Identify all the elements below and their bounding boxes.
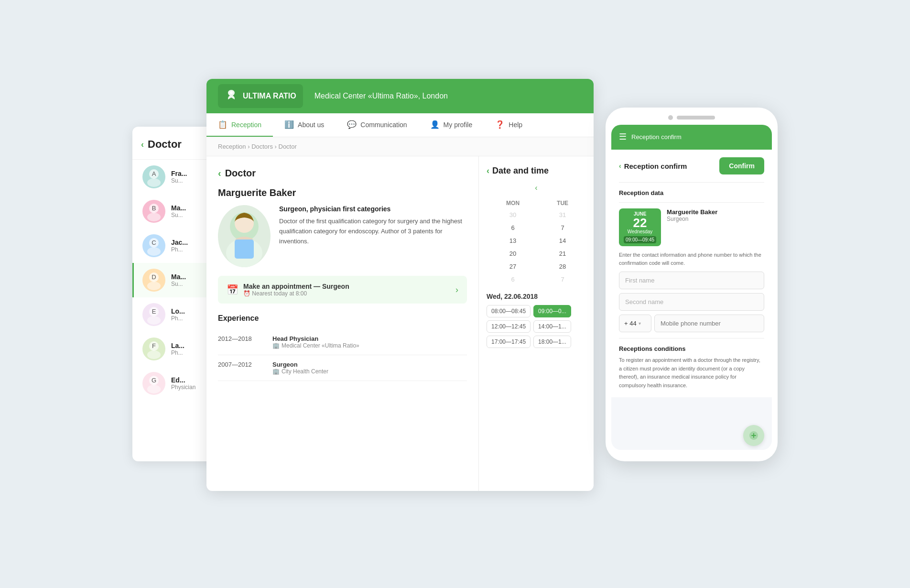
reception-card-info: Marguerite Baker Surgeon: [667, 208, 717, 222]
back-icon[interactable]: ‹: [141, 140, 144, 150]
svg-point-10: [147, 282, 161, 290]
doctor-list-info: Ma... Su...: [171, 204, 186, 218]
phone-number-input[interactable]: [654, 315, 764, 332]
nav-about[interactable]: ℹ️ About us: [273, 113, 336, 137]
reception-header: ‹ Reception confirm Confirm: [619, 157, 764, 174]
svg-text:C: C: [152, 239, 156, 246]
second-name-input[interactable]: [619, 293, 764, 311]
doctor-panel: ‹ Doctor Marguerite Baker: [206, 156, 479, 491]
calendar-day[interactable]: 14: [539, 234, 586, 247]
calendar-day[interactable]: 28: [539, 260, 586, 273]
divider-1: [619, 182, 764, 183]
doctor-list-spec: Physician: [171, 384, 195, 391]
appointment-banner[interactable]: 📅 Make an appointment — Surgeon ⏰ Neares…: [218, 276, 467, 304]
time-slot[interactable]: 09:00—0...: [533, 305, 571, 317]
experience-title: Experience: [218, 314, 467, 323]
svg-point-1: [147, 178, 161, 187]
doctor-avatar: A: [142, 165, 165, 188]
cal-prev-icon[interactable]: ‹: [531, 183, 541, 193]
svg-point-16: [147, 350, 161, 359]
time-slot[interactable]: 08:00—08:45: [487, 305, 531, 317]
conditions-title: Receptions conditions: [619, 345, 764, 352]
first-name-input[interactable]: [619, 272, 764, 289]
exp-detail: Surgeon 🏢City Health Center: [272, 361, 328, 375]
doctor-avatar: D: [142, 269, 165, 292]
reception-time: 09:00—09:45: [624, 236, 656, 243]
exp-place: 🏢City Health Center: [272, 368, 328, 375]
phone-header: ☰ Reception confirm: [611, 125, 772, 149]
cal-header-tue: TUE: [539, 198, 586, 208]
doctor-list-spec: Ph...: [171, 349, 184, 356]
exp-job: Head Physician: [272, 335, 359, 342]
calendar-day[interactable]: 13: [487, 234, 539, 247]
exp-place: 🏢Medical Center «Ultima Ratio»: [272, 342, 359, 349]
doctor-bio: Surgeon, physician first categories Doct…: [218, 205, 467, 267]
time-slot[interactable]: 17:00—17:45: [487, 336, 531, 348]
divider-3: [619, 338, 764, 338]
exp-detail: Head Physician 🏢Medical Center «Ultima R…: [272, 335, 359, 349]
time-slot[interactable]: 18:00—1...: [533, 336, 571, 348]
doctor-speciality: Surgeon, physician first categories: [279, 205, 467, 213]
reception-card: JUNE 22 Wednesday 09:00—09:45 Marguerite…: [619, 208, 764, 246]
selected-date: Wed, 22.06.2018: [487, 293, 586, 300]
reception-data-label: Reception data: [619, 189, 764, 196]
appointment-label: Make an appointment — Surgeon: [243, 283, 349, 290]
doctor-list-name: Ma...: [171, 273, 186, 281]
nav-profile[interactable]: 👤 My profile: [419, 113, 484, 137]
phone-code-arrow: ▾: [639, 321, 641, 326]
svg-text:B: B: [152, 205, 156, 212]
doctor-list-spec: Ph...: [171, 315, 185, 322]
doctor-panel-title: ‹ Doctor: [218, 168, 467, 179]
calendar-grid: MON TUE 30316713142021272867: [487, 198, 586, 286]
svg-text:D: D: [152, 273, 156, 281]
calendar-day[interactable]: 7: [539, 273, 586, 286]
conditions-text: To register an appointment with a doctor…: [619, 356, 764, 390]
nav-communication[interactable]: 💬 Communication: [336, 113, 418, 137]
experience-item: 2012—2018 Head Physician 🏢Medical Center…: [218, 329, 467, 355]
calendar-day[interactable]: 6: [487, 221, 539, 234]
calendar-day[interactable]: 31: [539, 208, 586, 221]
logo-text: ULTIMA RATIO: [243, 91, 296, 100]
svg-rect-25: [235, 240, 254, 259]
logo-icon: [225, 88, 238, 104]
calendar-day[interactable]: 6: [487, 273, 539, 286]
doctor-back-icon[interactable]: ‹: [218, 168, 221, 179]
appointment-left: 📅 Make an appointment — Surgeon ⏰ Neares…: [227, 283, 349, 297]
confirm-button[interactable]: Confirm: [719, 157, 764, 174]
phone-fab-button[interactable]: [743, 425, 764, 446]
doctor-list-name: La...: [171, 342, 184, 349]
phone-menu-icon[interactable]: ☰: [619, 131, 627, 142]
nav-reception[interactable]: 📋 Reception: [206, 113, 273, 137]
calendar-day[interactable]: 20: [487, 247, 539, 260]
reception-doc-name: Marguerite Baker: [667, 208, 717, 216]
phone-row: + 44 ▾: [619, 315, 764, 332]
doctor-photo: [218, 205, 271, 267]
appointment-arrow-icon: ›: [455, 285, 458, 295]
doctor-name: Marguerite Baker: [218, 187, 467, 198]
time-slot[interactable]: 14:00—1...: [533, 320, 571, 333]
time-slot[interactable]: 12:00—12:45: [487, 320, 531, 333]
doctor-avatar: F: [142, 338, 165, 360]
phone-code-selector[interactable]: + 44 ▾: [619, 315, 651, 332]
svg-point-13: [147, 316, 161, 325]
doctor-list-info: Fra... Su...: [171, 170, 187, 184]
logo-box: ULTIMA RATIO: [218, 84, 303, 108]
doctor-list-spec: Su...: [171, 212, 186, 218]
doctor-list-name: Ma...: [171, 204, 186, 212]
calendar-day[interactable]: 27: [487, 260, 539, 273]
date-back-icon[interactable]: ‹: [487, 166, 489, 176]
doctor-list-info: La... Ph...: [171, 342, 184, 356]
notch-dot: [668, 115, 673, 120]
calendar-day[interactable]: 21: [539, 247, 586, 260]
calendar-day[interactable]: 30: [487, 208, 539, 221]
doctor-list-name: Lo...: [171, 307, 185, 315]
doctor-list-name: Ed...: [171, 376, 195, 384]
calendar-day[interactable]: 7: [539, 221, 586, 234]
appointment-sub: ⏰ Nearest today at 8:00: [243, 290, 349, 297]
nav-help[interactable]: ❓ Help: [484, 113, 534, 137]
help-icon: ❓: [495, 120, 505, 129]
reception-back-icon[interactable]: ‹: [619, 162, 621, 170]
svg-text:F: F: [152, 342, 156, 349]
reception-day: 22: [624, 217, 656, 229]
doctor-avatar: E: [142, 303, 165, 326]
